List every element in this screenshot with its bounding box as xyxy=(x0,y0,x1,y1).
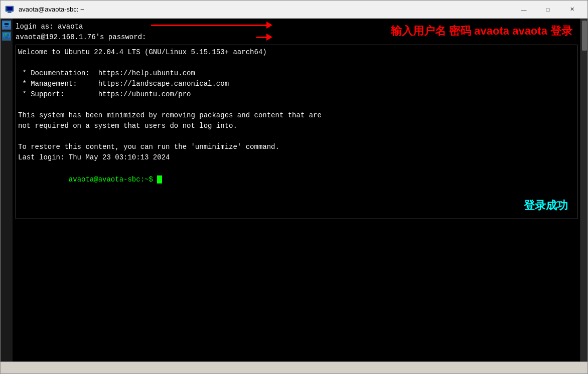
cursor xyxy=(157,175,162,183)
welcome-mgmt: * Management: https://landscape.canonica… xyxy=(18,79,575,89)
svg-rect-3 xyxy=(7,13,12,13)
terminal-window: >_ avaota@avaota-sbc: ~ — □ ✕ xyxy=(0,0,588,374)
prompt-text: avaota@avaota-sbc:~$ xyxy=(69,175,157,183)
welcome-minimized-1: This system has been minimized by removi… xyxy=(18,110,575,121)
svg-rect-12 xyxy=(5,37,8,38)
scrollbar[interactable] xyxy=(580,19,587,361)
arrow2-shaft xyxy=(256,37,266,38)
welcome-line-0: Welcome to Ubuntu 22.04.4 LTS (GNU/Linux… xyxy=(18,47,575,58)
arrow1-shaft xyxy=(151,25,266,26)
welcome-box: Welcome to Ubuntu 22.04.4 LTS (GNU/Linux… xyxy=(16,45,577,219)
window-title: avaota@avaota-sbc: ~ xyxy=(19,6,512,13)
annotation-text: 输入用户名 密码 avaota avaota 登录 xyxy=(391,23,572,39)
svg-rect-8 xyxy=(5,27,9,27)
titlebar-app-icon: >_ xyxy=(5,5,15,15)
last-login: Last login: Thu May 23 03:10:13 2024 xyxy=(18,152,575,163)
welcome-blank-3 xyxy=(18,131,575,142)
titlebar: >_ avaota@avaota-sbc: ~ — □ ✕ xyxy=(1,1,587,19)
minimize-button[interactable]: — xyxy=(512,3,535,17)
terminal-content: login as: avaota avaota@192.168.1.76's p… xyxy=(13,19,580,361)
arrow1-head-left xyxy=(266,22,272,29)
maximize-button[interactable]: □ xyxy=(536,3,559,17)
svg-rect-6 xyxy=(5,23,9,25)
sidebar-icon-2 xyxy=(2,32,11,41)
welcome-restore: To restore this content, you can run the… xyxy=(18,142,575,152)
bottom-bar xyxy=(1,361,587,373)
svg-rect-7 xyxy=(5,26,8,27)
close-button[interactable]: ✕ xyxy=(560,3,583,17)
welcome-blank-1 xyxy=(18,58,575,68)
svg-text:>_: >_ xyxy=(7,8,10,10)
sidebar-icons xyxy=(1,19,13,361)
arrow1 xyxy=(151,22,272,29)
welcome-support: * Support: https://ubuntu.com/pro xyxy=(18,89,575,100)
scrollbar-thumb[interactable] xyxy=(582,21,587,51)
terminal-area[interactable]: login as: avaota avaota@192.168.1.76's p… xyxy=(13,19,580,361)
arrow2 xyxy=(256,34,272,41)
prompt-line: avaota@avaota-sbc:~$ 登录成功 xyxy=(18,164,575,217)
svg-rect-9 xyxy=(4,33,10,37)
terminal-row: login as: avaota avaota@192.168.1.76's p… xyxy=(1,19,587,361)
welcome-doc: * Documentation: https://help.ubuntu.com xyxy=(18,68,575,79)
welcome-blank-2 xyxy=(18,100,575,110)
window-controls: — □ ✕ xyxy=(512,3,583,17)
arrow2-head-left xyxy=(266,34,272,41)
svg-rect-2 xyxy=(8,12,11,13)
sidebar-icon-1 xyxy=(2,21,11,30)
welcome-minimized-2: not required on a system that users do n… xyxy=(18,121,575,131)
success-text: 登录成功 xyxy=(524,197,568,214)
